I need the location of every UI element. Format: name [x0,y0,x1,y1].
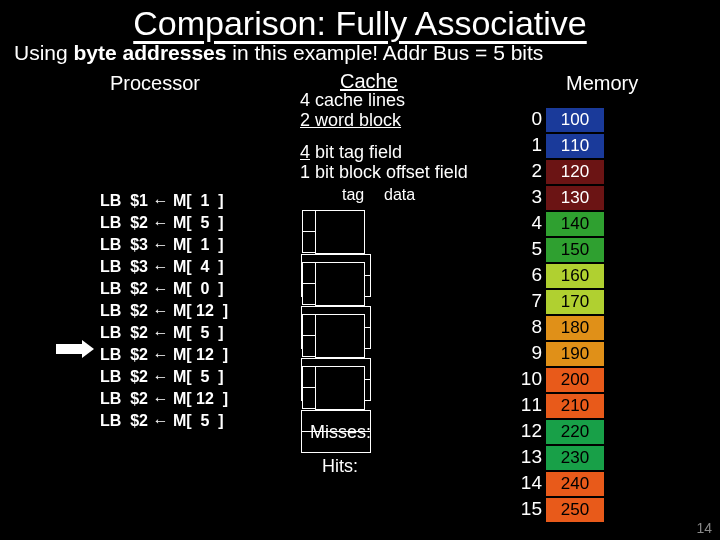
memory-row: 3130 [510,184,604,210]
memory-cell: 200 [546,367,604,392]
memory-cell: 170 [546,289,604,314]
memory-cell: 240 [546,471,604,496]
memory-address: 3 [510,186,542,208]
memory-heading: Memory [566,72,638,95]
cache-block [302,262,371,306]
memory-address: 7 [510,290,542,312]
valid-cell [302,210,316,232]
memory-row: 4140 [510,210,604,236]
memory-cell: 180 [546,315,604,340]
cache-tag-label: tag [342,186,364,204]
content-area: Processor Cache Memory 4 cache lines 2 w… [0,72,720,540]
instruction-row: LB $1 ← M[ 1 ] [100,190,228,212]
offset-field-text: 1 bit block offset field [300,162,468,183]
memory-row: 1110 [510,132,604,158]
tag-cell [315,314,365,358]
cache-lines-text: 4 cache lines [300,90,405,111]
memory-row: 2120 [510,158,604,184]
subtitle-pre: Using [14,41,74,64]
memory-row: 15250 [510,496,604,522]
subtitle: Using byte addresses in this example! Ad… [0,41,720,65]
memory-cell: 230 [546,445,604,470]
memory-address: 11 [510,394,542,416]
memory-row: 13230 [510,444,604,470]
instruction-row: LB $2 ← M[ 12 ] [100,300,228,322]
memory-row: 5150 [510,236,604,262]
memory-cell: 210 [546,393,604,418]
memory-cell: 250 [546,497,604,522]
memory-row: 12220 [510,418,604,444]
misses-label: Misses: [310,422,371,443]
memory-address: 10 [510,368,542,390]
valid-cell [302,387,316,409]
cache-block [302,366,371,410]
memory-cell: 140 [546,211,604,236]
instruction-row: LB $3 ← M[ 4 ] [100,256,228,278]
subtitle-post: in this example! Addr Bus = 5 bits [226,41,543,64]
slide-title: Comparison: Fully Associative [0,0,720,43]
cache-block [302,314,371,358]
memory-address: 0 [510,108,542,130]
memory-cell: 190 [546,341,604,366]
memory-address: 4 [510,212,542,234]
instruction-row: LB $3 ← M[ 1 ] [100,234,228,256]
memory-address: 8 [510,316,542,338]
memory-address: 14 [510,472,542,494]
instruction-list: LB $1 ← M[ 1 ]LB $2 ← M[ 5 ]LB $3 ← M[ 1… [100,190,228,432]
subtitle-bold: byte addresses [74,41,227,64]
valid-cell [302,231,316,253]
instruction-row: LB $2 ← M[ 5 ] [100,366,228,388]
memory-row: 6160 [510,262,604,288]
instruction-row: LB $2 ← M[ 5 ] [100,322,228,344]
instruction-row: LB $2 ← M[ 5 ] [100,212,228,234]
cache-block-text: 2 word block [300,110,401,131]
valid-cell [302,335,316,357]
memory-column: 0100111021203130414051506160717081809190… [510,106,604,522]
memory-address: 1 [510,134,542,156]
cache-data-label: data [384,186,415,204]
memory-row: 0100 [510,106,604,132]
memory-cell: 150 [546,237,604,262]
memory-cell: 110 [546,133,604,158]
memory-address: 12 [510,420,542,442]
memory-cell: 100 [546,107,604,132]
hits-label: Hits: [322,456,358,477]
slide-number: 14 [696,520,712,536]
valid-cell [302,262,316,284]
valid-cell [302,366,316,388]
memory-row: 14240 [510,470,604,496]
memory-row: 11210 [510,392,604,418]
memory-row: 7170 [510,288,604,314]
instruction-row: LB $2 ← M[ 5 ] [100,410,228,432]
valid-cell [302,314,316,336]
memory-address: 15 [510,498,542,520]
memory-cell: 120 [546,159,604,184]
cache-grid [302,210,371,418]
tag-cell [315,366,365,410]
memory-row: 9190 [510,340,604,366]
valid-cell [302,283,316,305]
instruction-row: LB $2 ← M[ 12 ] [100,388,228,410]
processor-heading: Processor [110,72,200,95]
memory-row: 10200 [510,366,604,392]
memory-cell: 220 [546,419,604,444]
memory-row: 8180 [510,314,604,340]
instruction-row: LB $2 ← M[ 12 ] [100,344,228,366]
memory-address: 13 [510,446,542,468]
tag-cell [315,210,365,254]
memory-address: 6 [510,264,542,286]
memory-cell: 130 [546,185,604,210]
memory-address: 9 [510,342,542,364]
memory-cell: 160 [546,263,604,288]
memory-address: 5 [510,238,542,260]
tag-field-text: 4 bit tag field [300,142,402,163]
current-instruction-arrow-icon [56,340,94,358]
tag-cell [315,262,365,306]
cache-block [302,210,371,254]
instruction-row: LB $2 ← M[ 0 ] [100,278,228,300]
memory-address: 2 [510,160,542,182]
